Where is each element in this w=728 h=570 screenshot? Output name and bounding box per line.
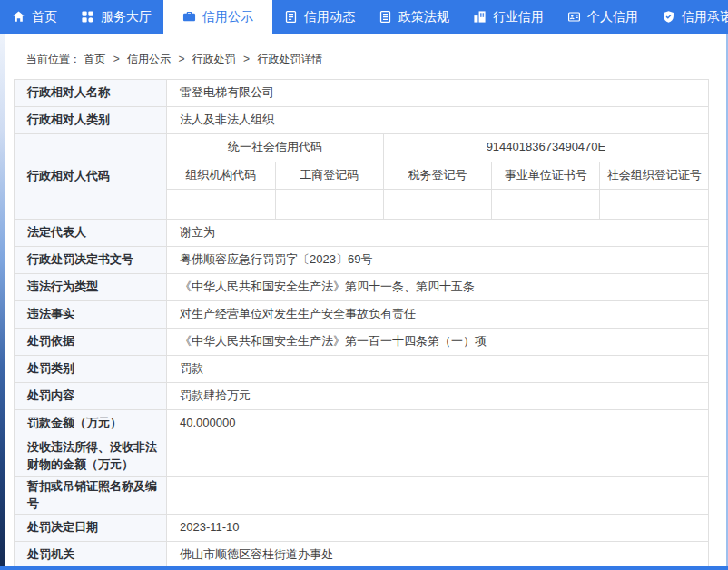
row-label: 行政相对人代码 [15,134,167,220]
breadcrumb-item-admin-penalty[interactable]: 行政处罚 [192,53,236,65]
grid-icon [81,10,94,24]
row-label: 违法事实 [15,301,167,329]
table-row: 暂扣或吊销证照名称及编号 [15,476,709,515]
breadcrumb-separator: > [113,53,120,65]
document-icon [284,10,298,24]
row-label: 行政相对人类别 [15,107,167,134]
row-value: 佛山市顺德区容桂街道办事处 [167,542,709,569]
row-value: 对生产经营单位对发生生产安全事故负有责任 [167,301,709,329]
nav-item-service-hall[interactable]: 服务大厅 [69,0,163,34]
table-row: 罚款金额（万元） 40.000000 [15,410,709,437]
footer-top-strip [0,566,728,570]
row-value: 《中华人民共和国安全生产法》第一百一十四条第（一）项 [167,329,709,356]
nav-label: 服务大厅 [101,9,152,25]
row-label: 处罚类别 [15,356,167,383]
nav-item-credit-news[interactable]: 信用动态 [272,0,367,34]
row-label: 行政相对人名称 [15,80,167,107]
id-card-icon [567,10,581,24]
entity-code-table: 统一社会信用代码 91440183673490470E 组织机构代码 工商登记码… [167,134,708,219]
row-label: 处罚依据 [15,329,167,356]
code-header: 事业单位证书号 [492,162,600,189]
breadcrumb-item-current: 行政处罚详情 [257,53,322,65]
nav-item-credit-commitment[interactable]: 信用承诺 [650,0,728,34]
row-label: 行政处罚决定书文号 [15,247,167,274]
home-icon [12,10,25,24]
nav-item-personal-credit[interactable]: 个人信用 [556,0,650,34]
nav-label: 信用公示 [202,9,253,25]
code-value [492,189,600,219]
table-row: 行政相对人代码 统一社会信用代码 91440183673490470E 组织机构… [15,134,709,220]
row-value: 40.000000 [167,410,709,437]
table-row: 违法行为类型 《中华人民共和国安全生产法》第四十一条、第四十五条 [15,274,709,301]
row-label: 没收违法所得、没收非法财物的金额（万元） [15,437,167,477]
breadcrumb-item-home[interactable]: 首页 [84,53,105,65]
row-label: 罚款金额（万元） [15,410,167,437]
row-value: 2023-11-10 [167,515,709,542]
table-row: 统一社会信用代码 91440183673490470E [167,134,708,162]
code-value [167,189,275,219]
table-row: 没收违法所得、没收非法财物的金额（万元） [15,437,709,477]
breadcrumb: 当前位置： 首页 > 信用公示 > 行政处罚 > 行政处罚详情 [0,34,728,79]
row-value: 谢立为 [167,220,709,247]
table-row: 行政相对人名称 雷登电梯有限公司 [15,80,709,107]
row-value: 罚款 [167,356,709,383]
nav-item-industry-credit[interactable]: 行业信用 [461,0,556,34]
code-header: 组织机构代码 [167,162,275,189]
row-label: 处罚内容 [15,383,167,410]
nav-label: 信用承诺 [682,9,728,25]
nav-label: 信用动态 [304,9,355,25]
top-navigation: 首页 服务大厅 信用公示 信用动态 政策法规 行业信用 个人信用 信用承诺 [0,0,728,34]
code-value [600,189,708,219]
nav-item-policies[interactable]: 政策法规 [367,0,461,34]
table-row [167,189,708,219]
page-left-background-sliver [0,34,5,570]
code-header: 税务登记号 [383,162,491,189]
table-row: 法定代表人 谢立为 [15,220,709,247]
nav-label: 个人信用 [587,9,638,25]
code-value [275,189,383,219]
nav-item-home[interactable]: 首页 [0,0,69,34]
code-header: 工商登记码 [275,162,383,189]
briefcase-icon [182,10,196,24]
penalty-detail-table: 行政相对人名称 雷登电梯有限公司 行政相对人类别 法人及非法人组织 行政相对人代… [14,79,709,569]
code-value [383,189,491,219]
row-value [167,476,709,515]
row-value: 统一社会信用代码 91440183673490470E 组织机构代码 工商登记码… [167,134,709,220]
table-row: 处罚类别 罚款 [15,356,709,383]
nav-label: 政策法规 [398,9,449,25]
row-label: 法定代表人 [15,220,167,247]
code-header: 社会组织登记证号 [600,162,708,189]
row-label: 暂扣或吊销证照名称及编号 [15,476,167,515]
table-row: 处罚机关 佛山市顺德区容桂街道办事处 [15,542,709,569]
table-row: 处罚依据 《中华人民共和国安全生产法》第一百一十四条第（一）项 [15,329,709,356]
table-row: 违法事实 对生产经营单位对发生生产安全事故负有责任 [15,301,709,329]
breadcrumb-item-credit-disclosure[interactable]: 信用公示 [127,53,171,65]
nav-label: 行业信用 [493,9,544,25]
row-value [167,437,709,477]
table-row: 组织机构代码 工商登记码 税务登记号 事业单位证书号 社会组织登记证号 [167,162,708,189]
breadcrumb-prefix: 当前位置： [26,53,81,65]
table-row: 处罚内容 罚款肆拾万元 [15,383,709,410]
row-value: 雷登电梯有限公司 [167,80,709,107]
row-label: 违法行为类型 [15,274,167,301]
unified-code-label: 统一社会信用代码 [167,134,383,162]
table-row: 处罚决定日期 2023-11-10 [15,515,709,542]
building-icon [473,10,487,24]
unified-code-value: 91440183673490470E [383,134,708,162]
table-row: 行政相对人类别 法人及非法人组织 [15,107,709,134]
table-row: 行政处罚决定书文号 粤佛顺容应急行罚罚字〔2023〕69号 [15,247,709,274]
row-value: 《中华人民共和国安全生产法》第四十一条、第四十五条 [167,274,709,301]
row-value: 法人及非法人组织 [167,107,709,134]
breadcrumb-separator: > [243,53,250,65]
shield-check-icon [662,10,675,24]
nav-label: 首页 [32,9,57,25]
law-document-icon [379,10,392,24]
row-value: 罚款肆拾万元 [167,383,709,410]
row-label: 处罚机关 [15,542,167,569]
nav-item-credit-disclosure[interactable]: 信用公示 [163,0,272,34]
breadcrumb-separator: > [178,53,184,65]
row-value: 粤佛顺容应急行罚罚字〔2023〕69号 [167,247,709,274]
row-label: 处罚决定日期 [15,515,167,542]
